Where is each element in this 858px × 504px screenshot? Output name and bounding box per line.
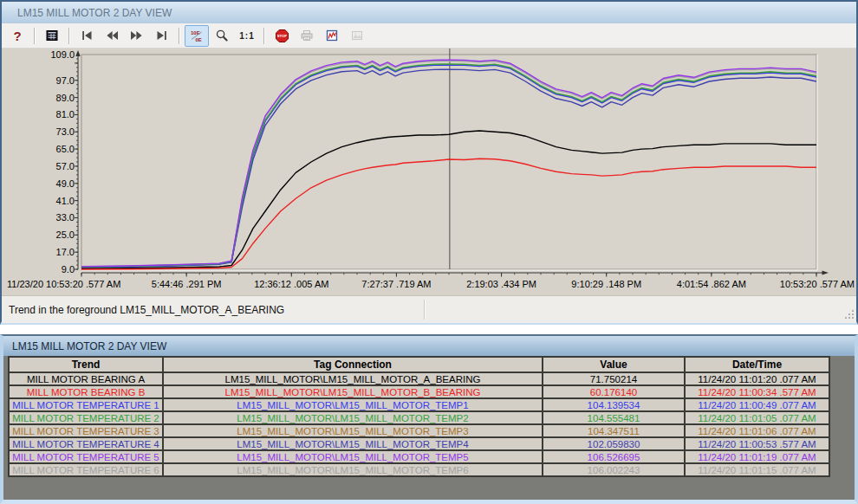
trend-cell[interactable]: MILL MOTOR TEMPERATURE 4	[9, 437, 163, 450]
data-grid-icon	[45, 29, 59, 42]
resize-grip[interactable]	[845, 309, 855, 321]
y-tick-label: 109.0	[50, 49, 75, 60]
value-cell[interactable]: 104.347511	[543, 424, 685, 437]
fast-rewind-button[interactable]	[100, 25, 124, 47]
y-tick-label: 97.0	[56, 75, 75, 86]
help-button[interactable]: ?	[5, 25, 29, 47]
y-tick-label: 9.0	[62, 264, 75, 275]
trend-cell[interactable]: MILL MOTOR TEMPERATURE 5	[9, 450, 163, 463]
y-tick-label: 89.0	[56, 93, 75, 103]
value-cell[interactable]: 71.750214	[543, 372, 685, 385]
svg-text:0E: 0E	[196, 37, 202, 42]
help-icon: ?	[13, 29, 21, 43]
trend-window: LM15 MILL MOTOR 2 DAY VIEW ?	[0, 0, 858, 325]
table-row[interactable]: MILL MOTOR TEMPERATURE 3LM15_MILL_MOTOR\…	[9, 424, 829, 437]
one-to-one-button[interactable]: 1:1	[235, 25, 259, 47]
value-cell[interactable]: 106.526695	[543, 450, 685, 463]
fast-rewind-icon	[105, 29, 119, 42]
table-row[interactable]: MILL MOTOR TEMPERATURE 1LM15_MILL_MOTOR\…	[9, 398, 829, 411]
datetime-cell[interactable]: 11/24/20 11:01:05 .077 AM	[685, 411, 829, 424]
datetime-cell[interactable]: 11/24/20 11:01:19 .077 AM	[685, 450, 829, 463]
tag-connection-cell[interactable]: LM15_MILL_MOTOR\LM15_MILL_MOTOR_TEMP2	[163, 411, 543, 424]
tag-connection-cell[interactable]: LM15_MILL_MOTOR\LM15_MILL_MOTOR_A_BEARIN…	[163, 372, 543, 385]
trend-cell[interactable]: MILL MOTOR TEMPERATURE 3	[9, 424, 163, 437]
skip-to-end-icon	[155, 29, 169, 42]
y-tick-label: 57.0	[56, 161, 75, 171]
first-record-button[interactable]	[75, 25, 99, 47]
y-tick-label: 17.0	[56, 247, 75, 257]
trend-toolbar: ?	[2, 23, 856, 48]
table-row[interactable]: MILL MOTOR BEARING ALM15_MILL_MOTOR\LM15…	[9, 372, 829, 385]
trend-plot[interactable]: 109.097.089.081.073.065.057.049.041.033.…	[2, 48, 856, 295]
x-tick-label: 5:44:46 .291 PM	[152, 279, 222, 289]
trend-cell[interactable]: MILL MOTOR TEMPERATURE 6	[9, 463, 163, 476]
table-row[interactable]: MILL MOTOR TEMPERATURE 6LM15_MILL_MOTOR\…	[9, 463, 829, 476]
table-header-row: TrendTag ConnectionValueDate/Time	[9, 357, 829, 372]
trend-cell[interactable]: MILL MOTOR BEARING B	[9, 385, 163, 398]
tag-table-titlebar[interactable]: LM15 MILL MOTOR 2 DAY VIEW	[3, 336, 855, 356]
last-record-button[interactable]	[150, 25, 174, 47]
toolbar-separator	[34, 28, 36, 44]
column-header[interactable]: Date/Time	[685, 357, 829, 372]
datetime-cell[interactable]: 11/24/20 11:00:53 .577 AM	[685, 437, 829, 450]
fast-forward-icon	[130, 29, 144, 42]
tag-table-window: LM15 MILL MOTOR 2 DAY VIEW TrendTag Conn…	[0, 334, 858, 504]
table-row[interactable]: MILL MOTOR TEMPERATURE 5LM15_MILL_MOTOR\…	[9, 450, 829, 463]
printer-icon	[300, 29, 314, 42]
y-tick-label: 49.0	[56, 178, 75, 189]
x-tick-label: 9:10:29 .148 PM	[571, 279, 641, 289]
value-cell[interactable]: 106.002243	[543, 463, 685, 476]
datetime-cell[interactable]: 11/24/20 11:01:20 .077 AM	[685, 372, 829, 385]
skip-to-start-icon	[80, 29, 94, 42]
table-row[interactable]: MILL MOTOR TEMPERATURE 2LM15_MILL_MOTOR\…	[9, 411, 829, 424]
y-tick-label: 33.0	[56, 212, 75, 223]
tag-connection-cell[interactable]: LM15_MILL_MOTOR\LM15_MILL_MOTOR_B_BEARIN…	[163, 385, 543, 398]
value-cell[interactable]: 102.059830	[543, 437, 685, 450]
column-header[interactable]: Tag Connection	[163, 357, 543, 372]
y-tick-label: 81.0	[56, 109, 75, 120]
trend-window-titlebar[interactable]: LM15 MILL MOTOR 2 DAY VIEW	[2, 2, 856, 23]
y-tick-label: 65.0	[56, 144, 75, 154]
picture-icon	[350, 29, 364, 42]
x-tick-label: 4:01:54 .862 AM	[677, 279, 746, 289]
value-cell[interactable]: 104.555481	[543, 411, 685, 424]
tag-connection-cell[interactable]: LM15_MILL_MOTOR\LM15_MILL_MOTOR_TEMP3	[163, 424, 543, 437]
trend-cell[interactable]: MILL MOTOR TEMPERATURE 1	[9, 398, 163, 411]
datetime-cell[interactable]: 11/24/20 11:00:34 .577 AM	[685, 385, 829, 398]
y-tick-label: 25.0	[56, 229, 75, 240]
tag-connection-cell[interactable]: LM15_MILL_MOTOR\LM15_MILL_MOTOR_TEMP4	[163, 437, 543, 450]
resize-grip-icon	[845, 309, 855, 319]
column-header[interactable]: Trend	[9, 357, 163, 372]
copy-image-button[interactable]	[345, 25, 369, 47]
value-cell[interactable]: 60.176140	[543, 385, 685, 398]
x-tick-label: 12:36:12 .005 AM	[254, 279, 328, 289]
datetime-cell[interactable]: 11/24/20 11:01:15 .077 AM	[685, 463, 829, 476]
tag-connection-cell[interactable]: LM15_MILL_MOTOR\LM15_MILL_MOTOR_TEMP1	[163, 398, 543, 411]
tag-table-content: TrendTag ConnectionValueDate/Time MILL M…	[3, 356, 855, 500]
x-tick-label: 2:19:03 .434 PM	[466, 279, 536, 289]
svg-text:STOP: STOP	[276, 34, 287, 38]
value-cell[interactable]: 104.139534	[543, 398, 685, 411]
exponent-format-icon: 10E 0E	[190, 29, 204, 42]
trend-cell[interactable]: MILL MOTOR BEARING A	[9, 372, 163, 385]
table-row[interactable]: MILL MOTOR BEARING BLM15_MILL_MOTOR\LM15…	[9, 385, 829, 398]
export-curve-button[interactable]	[320, 25, 344, 47]
curve-report-icon	[325, 29, 339, 42]
trend-cell[interactable]: MILL MOTOR TEMPERATURE 2	[9, 411, 163, 424]
datetime-cell[interactable]: 11/24/20 11:00:49 .077 AM	[685, 398, 829, 411]
stop-update-button[interactable]: STOP	[270, 25, 294, 47]
data-window-button[interactable]	[40, 25, 64, 47]
table-row[interactable]: MILL MOTOR TEMPERATURE 4LM15_MILL_MOTOR\…	[9, 437, 829, 450]
fast-forward-button[interactable]	[125, 25, 149, 47]
print-button[interactable]	[295, 25, 319, 47]
zoom-button[interactable]	[210, 25, 234, 47]
tag-connection-cell[interactable]: LM15_MILL_MOTOR\LM15_MILL_MOTOR_TEMP6	[163, 463, 543, 476]
datetime-cell[interactable]: 11/24/20 11:01:06 .077 AM	[685, 424, 829, 437]
tag-connection-cell[interactable]: LM15_MILL_MOTOR\LM15_MILL_MOTOR_TEMP5	[163, 450, 543, 463]
exponent-format-toggle-button[interactable]: 10E 0E	[185, 25, 209, 47]
status-text: Trend in the foreground LM15_MILL_MOTOR_…	[9, 304, 284, 316]
toolbar-separator	[179, 28, 180, 44]
column-header[interactable]: Value	[543, 357, 685, 372]
tag-table-title: LM15 MILL MOTOR 2 DAY VIEW	[12, 340, 166, 352]
stop-sign-icon: STOP	[275, 29, 289, 43]
